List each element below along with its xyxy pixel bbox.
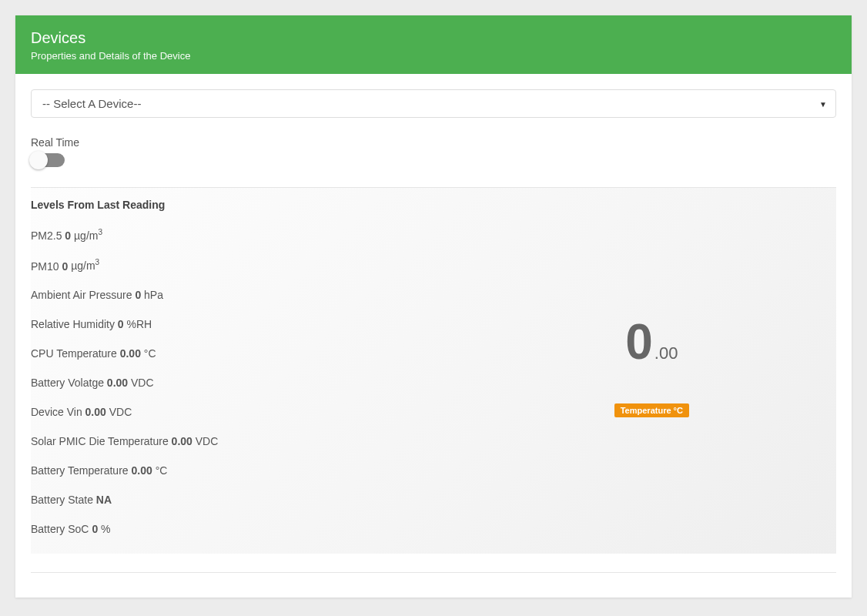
reading-pressure: Ambient Air Pressure 0 hPa — [31, 289, 483, 301]
card-header: Devices Properties and Details of the De… — [15, 15, 852, 74]
reading-batt-soc: Battery SoC 0 % — [31, 523, 483, 535]
reading-value: 0 — [118, 318, 124, 330]
readings-summary: 0 .00 Temperature °C — [498, 199, 836, 535]
reading-label: CPU Temperature — [31, 347, 117, 360]
reading-label: Battery Volatge — [31, 377, 104, 389]
reading-value: 0 — [62, 259, 68, 272]
reading-value: 0.00 — [107, 377, 128, 389]
reading-value: 0.00 — [120, 347, 141, 360]
reading-unit: %RH — [127, 318, 152, 330]
divider — [31, 572, 836, 573]
reading-unit: hPa — [144, 289, 163, 301]
reading-batt-state: Battery State NA — [31, 494, 483, 506]
reading-unit: µg/m3 — [71, 259, 99, 272]
reading-unit: VDC — [131, 377, 154, 389]
reading-label: Battery State — [31, 494, 93, 506]
reading-humidity: Relative Humidity 0 %RH — [31, 318, 483, 330]
reading-unit: VDC — [196, 435, 219, 447]
reading-value: NA — [96, 494, 112, 506]
reading-label: Device Vin — [31, 406, 82, 418]
reading-label: PM2.5 — [31, 229, 62, 242]
reading-value: 0.00 — [172, 435, 192, 447]
realtime-toggle[interactable] — [31, 153, 65, 167]
reading-unit: °C — [156, 464, 168, 477]
reading-value: 0 — [135, 289, 141, 301]
big-value-dec: .00 — [654, 343, 678, 363]
reading-value: 0.00 — [131, 464, 152, 477]
realtime-label: Real Time — [31, 136, 836, 149]
reading-pm25: PM2.5 0 µg/m3 — [31, 228, 483, 242]
device-select-wrap: -- Select A Device-- ▼ — [31, 89, 836, 118]
device-card: Devices Properties and Details of the De… — [15, 15, 852, 598]
reading-vin: Device Vin 0.00 VDC — [31, 406, 483, 418]
reading-cpu-temp: CPU Temperature 0.00 °C — [31, 347, 483, 360]
toggle-knob-icon — [29, 151, 48, 169]
reading-unit: VDC — [109, 406, 132, 418]
device-select[interactable]: -- Select A Device-- — [31, 89, 836, 118]
reading-label: Battery SoC — [31, 523, 89, 535]
reading-label: PM10 — [31, 259, 59, 272]
big-temperature-value: 0 .00 — [625, 317, 678, 367]
reading-label: Solar PMIC Die Temperature — [31, 435, 169, 447]
big-value-int: 0 — [625, 317, 653, 367]
reading-unit: % — [101, 523, 110, 535]
reading-value: 0 — [65, 229, 71, 242]
reading-unit: µg/m3 — [74, 229, 102, 242]
reading-unit: °C — [144, 347, 156, 360]
reading-batt-voltage: Battery Volatge 0.00 VDC — [31, 377, 483, 389]
realtime-block: Real Time — [31, 136, 836, 167]
reading-label: Relative Humidity — [31, 318, 115, 330]
reading-solar-temp: Solar PMIC Die Temperature 0.00 VDC — [31, 435, 483, 447]
reading-value: 0 — [92, 523, 98, 535]
readings-title: Levels From Last Reading — [31, 199, 483, 211]
reading-pm10: PM10 0 µg/m3 — [31, 259, 483, 273]
reading-label: Ambient Air Pressure — [31, 289, 132, 301]
reading-label: Battery Temperature — [31, 464, 129, 477]
page-title: Devices — [31, 29, 836, 47]
readings-panel: Levels From Last Reading PM2.5 0 µg/m3 P… — [31, 188, 836, 554]
readings-list: Levels From Last Reading PM2.5 0 µg/m3 P… — [31, 199, 498, 535]
reading-batt-temp: Battery Temperature 0.00 °C — [31, 464, 483, 477]
reading-value: 0.00 — [85, 406, 106, 418]
temperature-badge: Temperature °C — [614, 403, 689, 417]
page-subtitle: Properties and Details of the Device — [31, 50, 836, 62]
card-body: -- Select A Device-- ▼ Real Time Levels … — [15, 74, 852, 598]
